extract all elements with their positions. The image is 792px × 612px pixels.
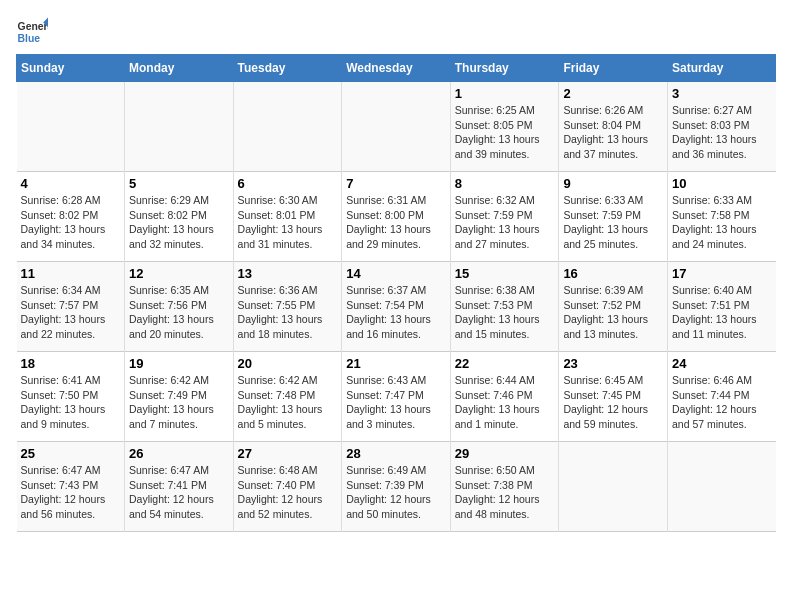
day-number: 18 [21,356,121,371]
header-cell-monday: Monday [125,55,234,82]
day-cell: 16Sunrise: 6:39 AMSunset: 7:52 PMDayligh… [559,262,668,352]
day-cell: 7Sunrise: 6:31 AMSunset: 8:00 PMDaylight… [342,172,451,262]
day-info: Sunrise: 6:25 AMSunset: 8:05 PMDaylight:… [455,103,555,162]
day-info: Sunrise: 6:36 AMSunset: 7:55 PMDaylight:… [238,283,338,342]
header-cell-friday: Friday [559,55,668,82]
day-info: Sunrise: 6:27 AMSunset: 8:03 PMDaylight:… [672,103,772,162]
day-info: Sunrise: 6:46 AMSunset: 7:44 PMDaylight:… [672,373,772,432]
day-info: Sunrise: 6:45 AMSunset: 7:45 PMDaylight:… [563,373,663,432]
day-cell: 5Sunrise: 6:29 AMSunset: 8:02 PMDaylight… [125,172,234,262]
day-cell [125,82,234,172]
week-row-2: 4Sunrise: 6:28 AMSunset: 8:02 PMDaylight… [17,172,776,262]
day-info: Sunrise: 6:35 AMSunset: 7:56 PMDaylight:… [129,283,229,342]
header-cell-saturday: Saturday [667,55,775,82]
day-cell: 4Sunrise: 6:28 AMSunset: 8:02 PMDaylight… [17,172,125,262]
day-cell [667,442,775,532]
day-cell: 14Sunrise: 6:37 AMSunset: 7:54 PMDayligh… [342,262,451,352]
day-cell: 22Sunrise: 6:44 AMSunset: 7:46 PMDayligh… [450,352,559,442]
header-cell-sunday: Sunday [17,55,125,82]
day-info: Sunrise: 6:42 AMSunset: 7:49 PMDaylight:… [129,373,229,432]
day-info: Sunrise: 6:49 AMSunset: 7:39 PMDaylight:… [346,463,446,522]
day-cell: 17Sunrise: 6:40 AMSunset: 7:51 PMDayligh… [667,262,775,352]
day-number: 15 [455,266,555,281]
day-cell: 27Sunrise: 6:48 AMSunset: 7:40 PMDayligh… [233,442,342,532]
header-cell-thursday: Thursday [450,55,559,82]
day-number: 13 [238,266,338,281]
day-number: 5 [129,176,229,191]
day-number: 23 [563,356,663,371]
header-cell-tuesday: Tuesday [233,55,342,82]
day-info: Sunrise: 6:41 AMSunset: 7:50 PMDaylight:… [21,373,121,432]
day-cell: 2Sunrise: 6:26 AMSunset: 8:04 PMDaylight… [559,82,668,172]
day-info: Sunrise: 6:48 AMSunset: 7:40 PMDaylight:… [238,463,338,522]
day-info: Sunrise: 6:30 AMSunset: 8:01 PMDaylight:… [238,193,338,252]
day-number: 11 [21,266,121,281]
day-number: 21 [346,356,446,371]
day-number: 3 [672,86,772,101]
day-info: Sunrise: 6:37 AMSunset: 7:54 PMDaylight:… [346,283,446,342]
day-number: 27 [238,446,338,461]
day-info: Sunrise: 6:26 AMSunset: 8:04 PMDaylight:… [563,103,663,162]
week-row-1: 1Sunrise: 6:25 AMSunset: 8:05 PMDaylight… [17,82,776,172]
day-number: 19 [129,356,229,371]
day-cell: 28Sunrise: 6:49 AMSunset: 7:39 PMDayligh… [342,442,451,532]
calendar-header: SundayMondayTuesdayWednesdayThursdayFrid… [17,55,776,82]
day-number: 25 [21,446,121,461]
week-row-4: 18Sunrise: 6:41 AMSunset: 7:50 PMDayligh… [17,352,776,442]
day-cell: 10Sunrise: 6:33 AMSunset: 7:58 PMDayligh… [667,172,775,262]
day-number: 2 [563,86,663,101]
day-cell: 24Sunrise: 6:46 AMSunset: 7:44 PMDayligh… [667,352,775,442]
week-row-3: 11Sunrise: 6:34 AMSunset: 7:57 PMDayligh… [17,262,776,352]
day-info: Sunrise: 6:34 AMSunset: 7:57 PMDaylight:… [21,283,121,342]
day-info: Sunrise: 6:31 AMSunset: 8:00 PMDaylight:… [346,193,446,252]
svg-text:Blue: Blue [18,33,41,44]
day-info: Sunrise: 6:42 AMSunset: 7:48 PMDaylight:… [238,373,338,432]
day-info: Sunrise: 6:47 AMSunset: 7:41 PMDaylight:… [129,463,229,522]
day-cell: 29Sunrise: 6:50 AMSunset: 7:38 PMDayligh… [450,442,559,532]
day-cell: 6Sunrise: 6:30 AMSunset: 8:01 PMDaylight… [233,172,342,262]
day-info: Sunrise: 6:50 AMSunset: 7:38 PMDaylight:… [455,463,555,522]
day-number: 4 [21,176,121,191]
day-cell [342,82,451,172]
day-cell: 12Sunrise: 6:35 AMSunset: 7:56 PMDayligh… [125,262,234,352]
day-cell: 3Sunrise: 6:27 AMSunset: 8:03 PMDaylight… [667,82,775,172]
day-number: 26 [129,446,229,461]
day-number: 7 [346,176,446,191]
day-info: Sunrise: 6:44 AMSunset: 7:46 PMDaylight:… [455,373,555,432]
day-info: Sunrise: 6:47 AMSunset: 7:43 PMDaylight:… [21,463,121,522]
day-number: 1 [455,86,555,101]
header-row: SundayMondayTuesdayWednesdayThursdayFrid… [17,55,776,82]
day-number: 8 [455,176,555,191]
day-number: 10 [672,176,772,191]
day-number: 14 [346,266,446,281]
day-number: 16 [563,266,663,281]
day-info: Sunrise: 6:28 AMSunset: 8:02 PMDaylight:… [21,193,121,252]
day-cell [559,442,668,532]
day-cell: 21Sunrise: 6:43 AMSunset: 7:47 PMDayligh… [342,352,451,442]
day-cell: 15Sunrise: 6:38 AMSunset: 7:53 PMDayligh… [450,262,559,352]
logo-icon: General Blue [16,16,48,48]
day-info: Sunrise: 6:40 AMSunset: 7:51 PMDaylight:… [672,283,772,342]
header-cell-wednesday: Wednesday [342,55,451,82]
day-number: 20 [238,356,338,371]
day-info: Sunrise: 6:29 AMSunset: 8:02 PMDaylight:… [129,193,229,252]
day-number: 29 [455,446,555,461]
day-cell: 9Sunrise: 6:33 AMSunset: 7:59 PMDaylight… [559,172,668,262]
day-info: Sunrise: 6:33 AMSunset: 7:58 PMDaylight:… [672,193,772,252]
day-cell: 19Sunrise: 6:42 AMSunset: 7:49 PMDayligh… [125,352,234,442]
logo: General Blue [16,16,52,48]
day-number: 28 [346,446,446,461]
day-cell: 1Sunrise: 6:25 AMSunset: 8:05 PMDaylight… [450,82,559,172]
calendar-body: 1Sunrise: 6:25 AMSunset: 8:05 PMDaylight… [17,82,776,532]
day-number: 6 [238,176,338,191]
day-number: 22 [455,356,555,371]
week-row-5: 25Sunrise: 6:47 AMSunset: 7:43 PMDayligh… [17,442,776,532]
day-cell: 18Sunrise: 6:41 AMSunset: 7:50 PMDayligh… [17,352,125,442]
day-number: 24 [672,356,772,371]
day-cell: 25Sunrise: 6:47 AMSunset: 7:43 PMDayligh… [17,442,125,532]
day-info: Sunrise: 6:32 AMSunset: 7:59 PMDaylight:… [455,193,555,252]
day-cell: 23Sunrise: 6:45 AMSunset: 7:45 PMDayligh… [559,352,668,442]
header: General Blue [16,16,776,48]
day-number: 9 [563,176,663,191]
day-info: Sunrise: 6:39 AMSunset: 7:52 PMDaylight:… [563,283,663,342]
